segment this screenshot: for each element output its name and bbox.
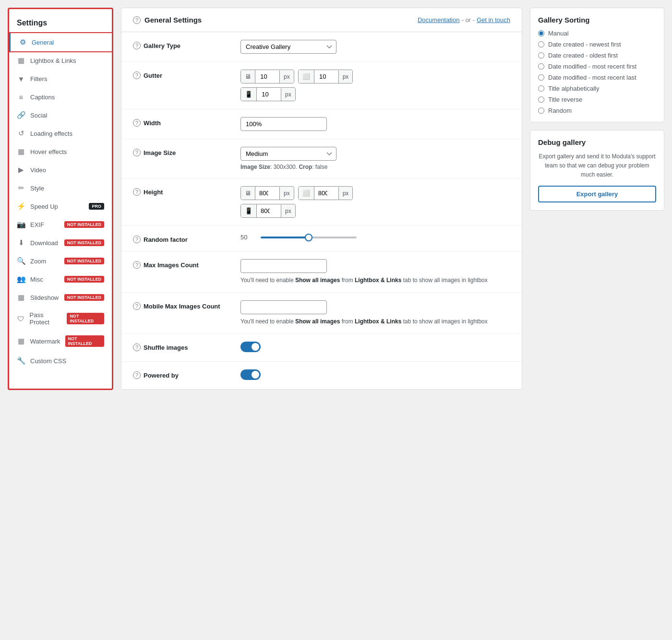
setting-label-powered-by: ?Powered by	[133, 369, 229, 379]
sidebar-item-filters[interactable]: ▼Filters	[9, 70, 112, 88]
sidebar: Settings ⚙General▦Lightbox & Links▼Filte…	[8, 8, 113, 390]
customcss-icon: 🔧	[17, 356, 25, 365]
desc-max-images: You'll need to enable Show all images fr…	[240, 276, 510, 284]
tablet-unit-gutter: px	[338, 71, 353, 83]
radio-date-newest[interactable]	[538, 41, 544, 47]
desktop-unit-height: px	[279, 187, 294, 200]
slider-input-random-factor[interactable]	[261, 237, 357, 238]
label-text-powered-by: Powered by	[144, 372, 179, 379]
setting-row-shuffle: ?Shuffle images	[121, 334, 522, 362]
desc-mobile-max-images: You'll need to enable Show all images fr…	[240, 317, 510, 326]
tablet-icon-height: ⬜	[299, 187, 314, 200]
sorting-option-title-reverse[interactable]: Title reverse	[538, 96, 656, 103]
hover-icon: ▦	[17, 147, 25, 156]
badge-watermark: not installed	[65, 335, 104, 347]
help-icon-shuffle[interactable]: ?	[133, 344, 141, 351]
setting-row-max-images: ?Max Images CountYou'll need to enable S…	[121, 251, 522, 293]
setting-control-image-size: ThumbnailMediumLargeFull SizeImage Size:…	[240, 147, 510, 170]
help-icon-image-size[interactable]: ?	[133, 149, 141, 156]
sidebar-item-misc[interactable]: 👥Miscnot installed	[9, 270, 112, 288]
px-group-mobile-height: 📱 px	[240, 204, 510, 218]
help-icon-powered-by[interactable]: ?	[133, 371, 141, 379]
general-settings-help-icon[interactable]: ?	[133, 16, 141, 24]
input-mobile-max-images[interactable]	[240, 300, 327, 314]
radio-title-reverse[interactable]	[538, 96, 544, 103]
help-icon-height[interactable]: ?	[133, 188, 141, 196]
help-icon-width[interactable]: ?	[133, 119, 141, 127]
help-icon-gutter[interactable]: ?	[133, 71, 141, 79]
select-image-size[interactable]: ThumbnailMediumLargeFull Size	[240, 147, 336, 161]
px-group-mobile-gutter: 📱 px	[240, 87, 510, 101]
desktop-input-height[interactable]	[255, 187, 279, 200]
loading-icon: ↺	[17, 129, 25, 138]
badge-exif: not installed	[64, 221, 104, 228]
setting-row-mobile-max-images: ?Mobile Max Images CountYou'll need to e…	[121, 293, 522, 334]
sidebar-item-general[interactable]: ⚙General	[9, 33, 112, 51]
sidebar-label-download: Download	[30, 239, 58, 247]
input-width[interactable]	[240, 117, 327, 131]
sidebar-item-watermark[interactable]: ▦Watermarknot installed	[9, 331, 112, 352]
mobile-input-height[interactable]	[257, 204, 281, 217]
radio-date-oldest[interactable]	[538, 52, 544, 59]
setting-label-max-images: ?Max Images Count	[133, 259, 229, 269]
toggle-track-powered-by	[240, 369, 261, 380]
sorting-option-modified-recent[interactable]: Date modified - most recent first	[538, 63, 656, 70]
sorting-option-manual[interactable]: Manual	[538, 30, 656, 37]
toggle-thumb-powered-by	[252, 371, 259, 379]
tablet-input-gutter[interactable]	[314, 70, 338, 83]
sorting-option-date-newest[interactable]: Date created - newest first	[538, 41, 656, 48]
radio-title-alpha[interactable]	[538, 85, 544, 92]
label-text-max-images: Max Images Count	[144, 261, 199, 269]
sorting-option-random[interactable]: Random	[538, 107, 656, 114]
exif-icon: 📷	[17, 220, 25, 229]
help-icon-gallery-type[interactable]: ?	[133, 42, 141, 49]
sidebar-item-zoom[interactable]: 🔍Zoomnot installed	[9, 252, 112, 270]
tablet-input-height[interactable]	[314, 187, 338, 200]
documentation-link[interactable]: Documentation	[418, 16, 459, 24]
sidebar-item-exif[interactable]: 📷EXIFnot installed	[9, 215, 112, 234]
sidebar-item-hover[interactable]: ▦Hover effects	[9, 142, 112, 161]
desktop-input-wrap-height: 🖥 px	[240, 186, 294, 200]
export-gallery-button[interactable]: Export gallery	[538, 186, 656, 202]
sidebar-label-filters: Filters	[30, 75, 47, 83]
sidebar-item-captions[interactable]: ≡Captions	[9, 88, 112, 106]
label-text-gallery-type: Gallery Type	[144, 42, 180, 49]
toggle-shuffle[interactable]	[240, 342, 261, 352]
sidebar-item-speedup[interactable]: ⚡Speed UpPRO	[9, 197, 112, 215]
sorting-option-title-alpha[interactable]: Title alphabetically	[538, 85, 656, 92]
sidebar-item-video[interactable]: ▶Video	[9, 161, 112, 179]
sidebar-item-slideshow[interactable]: ▦Slideshownot installed	[9, 288, 112, 307]
sidebar-item-loading[interactable]: ↺Loading effects	[9, 124, 112, 142]
radio-modified-last[interactable]	[538, 74, 544, 81]
sidebar-label-exif: EXIF	[30, 221, 44, 228]
sidebar-item-download[interactable]: ⬇Downloadnot installed	[9, 234, 112, 252]
toggle-powered-by[interactable]	[240, 369, 261, 380]
sidebar-item-customcss[interactable]: 🔧Custom CSS	[9, 352, 112, 370]
sorting-label-title-reverse: Title reverse	[548, 96, 582, 103]
select-gallery-type[interactable]: Creative GalleryGridMasonrySlider	[240, 40, 336, 54]
sidebar-item-style[interactable]: ✏Style	[9, 179, 112, 197]
slideshow-icon: ▦	[17, 293, 25, 302]
sidebar-item-lightbox[interactable]: ▦Lightbox & Links	[9, 51, 112, 70]
sorting-option-modified-last[interactable]: Date modified - most recent last	[538, 74, 656, 81]
setting-control-mobile-max-images: You'll need to enable Show all images fr…	[240, 300, 510, 326]
radio-random[interactable]	[538, 107, 544, 114]
setting-label-mobile-max-images: ?Mobile Max Images Count	[133, 300, 229, 310]
radio-manual[interactable]	[538, 30, 544, 36]
help-icon-mobile-max-images[interactable]: ?	[133, 302, 141, 310]
slider-row-random-factor: 50	[240, 234, 510, 241]
contact-link[interactable]: Get in touch	[477, 16, 510, 24]
help-icon-max-images[interactable]: ?	[133, 261, 141, 269]
setting-control-powered-by	[240, 369, 510, 381]
sidebar-item-social[interactable]: 🔗Social	[9, 106, 112, 124]
desktop-input-gutter[interactable]	[255, 70, 279, 83]
help-icon-random-factor[interactable]: ?	[133, 236, 141, 243]
input-max-images[interactable]	[240, 259, 327, 273]
sidebar-item-passprotect[interactable]: 🛡Pass Protectnot installed	[9, 307, 112, 331]
sorting-option-date-oldest[interactable]: Date created - oldest first	[538, 52, 656, 59]
setting-label-width: ?Width	[133, 117, 229, 127]
sorting-label-date-newest: Date created - newest first	[548, 41, 621, 48]
radio-modified-recent[interactable]	[538, 63, 544, 70]
gallery-sorting-panel: Gallery Sorting ManualDate created - new…	[530, 8, 664, 122]
mobile-input-gutter[interactable]	[257, 88, 281, 101]
